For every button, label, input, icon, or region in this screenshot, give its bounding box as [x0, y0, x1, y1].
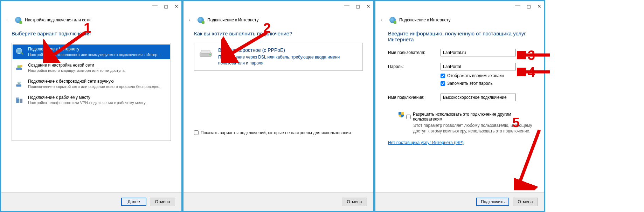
titlebar: — ▢ ✕ — [1, 1, 181, 12]
footer: Отмена — [183, 192, 373, 211]
checkbox-allow-others[interactable] — [406, 115, 411, 119]
cancel-button[interactable]: Отмена — [150, 198, 175, 206]
maximize-icon[interactable]: ▢ — [527, 4, 531, 9]
cancel-button[interactable]: Отмена — [513, 198, 538, 206]
option-title: Создание и настройка новой сети — [28, 63, 126, 68]
back-arrow-icon[interactable]: ← — [187, 16, 194, 23]
modem-icon — [199, 47, 213, 66]
show-unconfigured-row[interactable]: Показать варианты подключений, которые н… — [194, 130, 363, 135]
input-username[interactable] — [441, 49, 516, 56]
svg-point-6 — [20, 65, 23, 67]
titlebar: — ▢ ✕ — [375, 1, 544, 12]
row-password: Пароль: — [388, 63, 534, 70]
row-username: Имя пользователя: — [388, 49, 534, 56]
svg-rect-14 — [201, 50, 210, 53]
window-credentials: — ▢ ✕ ← Подключение к Интернету Введите … — [374, 0, 545, 212]
label-allow-others: Разрешить использовать это подключение д… — [413, 112, 534, 122]
option-title: Подключение к рабочему месту — [28, 95, 146, 101]
header: ← Подключение к Интернету — [375, 12, 544, 26]
maximize-icon[interactable]: ▢ — [356, 4, 360, 9]
close-icon[interactable]: ✕ — [366, 4, 371, 9]
maximize-icon[interactable]: ▢ — [164, 4, 168, 9]
svg-rect-11 — [18, 98, 19, 99]
option-title: Подключение к Интернету — [28, 47, 160, 52]
network-globe-icon — [15, 17, 21, 23]
footer: Далее Отмена — [1, 192, 181, 211]
svg-rect-9 — [20, 98, 22, 102]
svg-point-15 — [209, 54, 211, 55]
header: ← Подключение к Интернету — [183, 12, 373, 26]
minimize-icon[interactable]: — — [344, 2, 349, 8]
back-arrow-icon[interactable]: ← — [5, 16, 12, 23]
row-allow-others: Разрешить использовать это подключение д… — [399, 112, 534, 134]
titlebar: — ▢ ✕ — [183, 1, 373, 12]
content: Введите информацию, полученную от постав… — [375, 26, 544, 192]
option-subtitle: Подключение к скрытой сети или создание … — [28, 84, 162, 89]
option-subtitle: Настройка широкополосного или коммутируе… — [28, 52, 160, 57]
option-wireless-manual[interactable]: Подключение к беспроводной сети вручную … — [13, 77, 170, 91]
wireless-icon — [15, 79, 25, 89]
option-pppoe[interactable]: Высокоскоростное (с PPPoE) Подключение ч… — [194, 43, 363, 71]
label-show-chars: Отображать вводимые знаки — [447, 73, 504, 78]
content: Как вы хотите выполнить подключение? Выс… — [183, 26, 373, 192]
input-connection-name[interactable] — [441, 94, 516, 101]
connection-options-list: Подключение к Интернету Настройка широко… — [12, 43, 171, 141]
window-setup-connection: — ▢ ✕ ← Настройка подключения или сети В… — [0, 0, 182, 212]
connect-button[interactable]: Подключить — [476, 198, 509, 206]
back-arrow-icon[interactable]: ← — [379, 16, 386, 23]
show-unconfigured-checkbox[interactable] — [194, 130, 199, 135]
allow-others-description: Этот параметр позволяет любому пользоват… — [413, 123, 534, 134]
option-title: Подключение к беспроводной сети вручную — [28, 79, 162, 84]
label-remember: Запомнить этот пароль — [447, 81, 493, 86]
option-subtitle: Настройка нового маршрутизатора или точк… — [28, 68, 126, 73]
row-show-chars[interactable]: Отображать вводимые знаки — [441, 73, 534, 78]
network-globe-icon — [198, 17, 204, 23]
row-connection-name: Имя подключения: — [388, 94, 534, 101]
option-new-network[interactable]: Создание и настройка новой сети Настройк… — [13, 61, 170, 75]
checkbox-show-chars[interactable] — [441, 74, 445, 78]
close-icon[interactable]: ✕ — [537, 4, 541, 9]
minimize-icon[interactable]: — — [152, 2, 158, 8]
option-title: Высокоскоростное (с PPPoE) — [218, 47, 358, 53]
workplace-icon — [15, 95, 25, 105]
minimize-icon[interactable]: — — [515, 2, 520, 8]
window-title: Настройка подключения или сети — [25, 18, 91, 22]
option-subtitle: Подключение через DSL или кабель, требую… — [218, 54, 358, 66]
label-connection-name: Имя подключения: — [388, 95, 441, 100]
svg-rect-8 — [16, 97, 19, 103]
option-subtitle: Настройка телефонного или VPN-подключени… — [28, 100, 146, 105]
header: ← Настройка подключения или сети — [1, 12, 181, 26]
checkbox-remember[interactable] — [441, 81, 445, 86]
content: Выберите вариант подключения Подключение… — [1, 26, 181, 192]
svg-rect-4 — [16, 68, 22, 70]
router-setup-icon — [15, 63, 25, 73]
window-connect-internet: — ▢ ✕ ← Подключение к Интернету Как вы х… — [182, 0, 374, 212]
option-workplace[interactable]: Подключение к рабочему месту Настройка т… — [13, 93, 170, 108]
cancel-button[interactable]: Отмена — [342, 198, 367, 206]
page-heading: Как вы хотите выполнить подключение? — [194, 30, 363, 36]
row-remember[interactable]: Запомнить этот пароль — [441, 81, 534, 86]
link-no-isp[interactable]: Нет поставщика услуг Интернета (ISP) — [388, 140, 464, 145]
show-unconfigured-label: Показать варианты подключений, которые н… — [201, 130, 351, 135]
label-password: Пароль: — [388, 64, 441, 69]
globe-icon — [15, 47, 25, 56]
page-heading: Введите информацию, полученную от постав… — [388, 30, 534, 42]
window-title: Подключение к Интернету — [399, 18, 451, 22]
svg-rect-10 — [17, 98, 18, 99]
label-username: Имя пользователя: — [388, 50, 441, 55]
window-title: Подключение к Интернету — [207, 18, 259, 22]
page-heading: Выберите вариант подключения — [12, 30, 171, 36]
input-password[interactable] — [441, 63, 516, 70]
next-button[interactable]: Далее — [121, 198, 146, 206]
shield-icon — [399, 112, 404, 117]
footer: Подключить Отмена — [375, 192, 544, 211]
svg-rect-7 — [16, 84, 21, 87]
close-icon[interactable]: ✕ — [174, 4, 179, 9]
option-internet[interactable]: Подключение к Интернету Настройка широко… — [13, 45, 170, 59]
network-globe-icon — [389, 17, 396, 23]
